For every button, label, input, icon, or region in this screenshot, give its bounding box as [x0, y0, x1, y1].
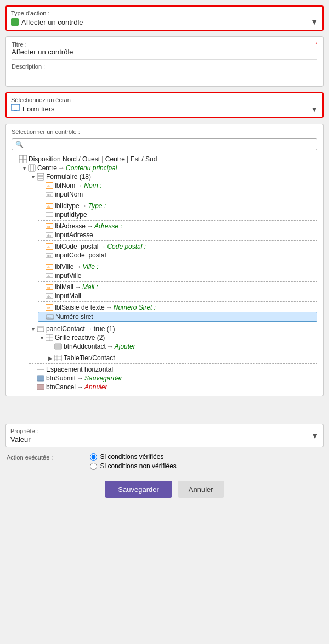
espacement-h-icon: [37, 366, 44, 373]
tree-node-inputVille[interactable]: abc inputVille: [38, 271, 317, 280]
cancel-button[interactable]: Annuler: [178, 481, 224, 498]
property-arrow-icon[interactable]: ▼: [311, 432, 319, 440]
tree-node-centre-label: Centre: [37, 164, 57, 172]
tree-node-root-label: Disposition Nord / Ouest | Centre | Est …: [29, 155, 157, 163]
svg-text:ab: ab: [47, 205, 50, 208]
sep1: [38, 200, 317, 200]
tree-node-espacementH[interactable]: Espacement horizontal: [29, 365, 317, 374]
sep3: [38, 240, 317, 241]
tree-node-lblVille[interactable]: ab lblVille → Ville :: [38, 262, 317, 271]
tree-node-btnAddcontact[interactable]: btnAddcontact → Ajouter: [47, 342, 317, 351]
tree-node-centre-target: Contenu principal: [66, 164, 117, 172]
search-box[interactable]: 🔍: [12, 138, 317, 150]
tree-node-btnCancel[interactable]: btnCancel → Annuler: [29, 383, 317, 391]
input-siret-icon: abc: [46, 313, 54, 320]
tree-node-lblSaisie[interactable]: ab lblSaisie de texte → Numéro Siret :: [38, 303, 317, 312]
tree-node-formulaire[interactable]: ▾ Formulaire (18): [29, 172, 317, 181]
svg-text:ab: ab: [47, 184, 50, 188]
tree-node-inputSiret[interactable]: abc Numéro siret: [38, 312, 317, 322]
monitor-icon: [11, 104, 20, 114]
search-input[interactable]: [26, 141, 314, 148]
sep7: [29, 323, 317, 323]
tree-node-inputAdresse[interactable]: abc inputAdresse: [38, 231, 317, 239]
screen-selector-value: Form tiers: [22, 105, 55, 113]
sep5: [38, 281, 317, 282]
svg-rect-18: [46, 212, 53, 217]
action-type-arrow-icon: ▼: [310, 18, 318, 26]
action-type-dropdown[interactable]: Affecter un contrôle ▼: [11, 18, 318, 26]
tree-node-panelContact[interactable]: ▾ panelContact → true (1): [29, 324, 317, 333]
formulaire-icon: [37, 173, 44, 181]
tree-node-centre[interactable]: ▾ Centre → Contenu principal: [20, 164, 317, 172]
tree-node-btnSubmit[interactable]: btnSubmit → Sauvegarder: [29, 374, 317, 383]
input-adresse-icon: abc: [46, 232, 53, 238]
svg-rect-0: [11, 104, 20, 110]
search-icon: 🔍: [15, 141, 24, 148]
lbl-code-postal-icon: ab: [46, 243, 53, 250]
lbl-ville-icon: ab: [46, 264, 53, 270]
radio-group: Si conditions vérifiées Si conditions no…: [90, 453, 176, 470]
svg-rect-1: [14, 110, 17, 111]
radio-option2-row[interactable]: Si conditions non vérifiées: [90, 462, 176, 470]
tree-node-root[interactable]: Disposition Nord / Ouest | Centre | Est …: [12, 155, 317, 164]
property-section: Propriété : Valeur ▼: [5, 424, 324, 447]
svg-text:abc: abc: [47, 254, 52, 257]
radio-option2-label: Si conditions non vérifiées: [100, 462, 176, 470]
action-executed-section: Action exécutée : Si conditions vérifiée…: [5, 453, 324, 470]
toggle-formulaire-icon: ▾: [29, 174, 37, 180]
lbl-adresse-icon: ab: [46, 223, 53, 229]
tree-node-lblMail[interactable]: ab lblMail → Mail :: [38, 283, 317, 292]
tree-node-lblCode_postal[interactable]: ab lblCode_postal → Code postal :: [38, 242, 317, 251]
action-executed-label: Action exécutée :: [7, 454, 53, 461]
lbl-saisie-icon: ab: [46, 304, 53, 311]
radio-option2[interactable]: [90, 463, 97, 470]
screen-selector-dropdown[interactable]: Form tiers ▼: [11, 104, 318, 114]
svg-text:abc: abc: [47, 295, 52, 298]
input-ville-icon: abc: [46, 272, 53, 279]
action-type-label: Type d'action :: [11, 10, 318, 16]
tree-node-inputIdtype[interactable]: inputIdtype: [38, 210, 317, 219]
tree-node-inputCode_postal[interactable]: abc inputCode_postal: [38, 251, 317, 260]
svg-text:ab: ab: [47, 286, 50, 289]
control-select-label: Sélectionner un contrôle :: [12, 128, 317, 135]
lbl-mail-icon: ab: [46, 284, 53, 290]
control-select-section: Sélectionner un contrôle : 🔍 Disposition…: [5, 124, 324, 396]
radio-option1-row[interactable]: Si conditions vérifiées: [90, 453, 176, 461]
screen-selector-arrow-icon: ▼: [310, 105, 318, 114]
screen-selector-section: Sélectionnez un écran : Form tiers ▼: [5, 92, 324, 118]
sep4: [38, 261, 317, 261]
sep2: [38, 220, 317, 221]
svg-text:ab: ab: [47, 245, 50, 249]
svg-rect-46: [54, 355, 62, 361]
lbl-nom-icon: ab: [46, 182, 53, 189]
grille-reactive-icon: [46, 334, 53, 341]
title-asterisk: *: [315, 41, 317, 48]
tree-node-grilleReactive[interactable]: ▾ Grille réactive (2): [38, 333, 317, 342]
button-row: Sauvegarder Annuler: [5, 475, 324, 506]
radio-option1[interactable]: [90, 453, 97, 461]
lbl-idtype-icon: ab: [46, 203, 53, 209]
tree-node-lblAdresse[interactable]: ab lblAdresse → Adresse :: [38, 222, 317, 231]
sep9: [29, 363, 317, 364]
btn-cancel-icon: [37, 384, 44, 390]
title-value: Affecter un contrôle: [12, 48, 317, 56]
centre-icon: [28, 164, 36, 172]
input-code-postal-icon: abc: [46, 252, 53, 259]
svg-rect-53: [37, 376, 44, 381]
action-type-value: Affecter un contrôle: [21, 18, 83, 26]
save-button[interactable]: Sauvegarder: [105, 481, 172, 498]
tree-node-tableTier[interactable]: ▶ TableTier/Contact: [47, 354, 317, 362]
title-section: Titre : * Affecter un contrôle Descripti…: [5, 36, 324, 87]
tree-node-lblIdtype[interactable]: ab lblIdtype → Type :: [38, 201, 317, 210]
panel-contact-icon: [37, 326, 44, 332]
input-mail-icon: abc: [46, 293, 53, 299]
property-label: Propriété :: [10, 428, 38, 434]
scroll-spacer: [5, 402, 324, 424]
title-label: Titre : *: [12, 41, 317, 48]
input-nom-icon: abc: [46, 191, 53, 198]
tree-node-lblNom[interactable]: ab lblNom → Nom :: [38, 181, 317, 190]
svg-text:abc: abc: [47, 275, 52, 278]
property-value: Valeur: [10, 435, 38, 444]
tree-node-inputNom[interactable]: abc inputNom: [38, 190, 317, 199]
tree-node-inputMail[interactable]: abc inputMail: [38, 292, 317, 300]
